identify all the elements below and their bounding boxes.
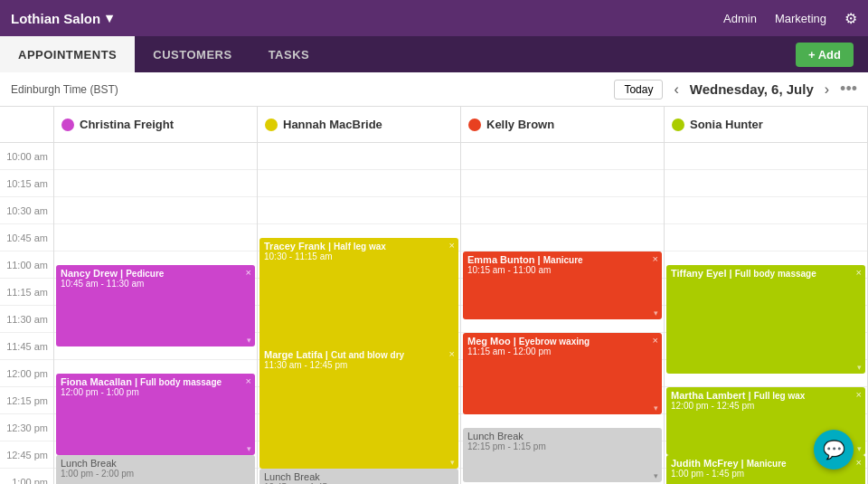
grid-row bbox=[258, 170, 460, 197]
marketing-link[interactable]: Marketing bbox=[775, 12, 826, 25]
grid-row bbox=[54, 197, 257, 224]
resize-handle[interactable]: ▾ bbox=[654, 403, 658, 413]
staff-name-1: Hannah MacBride bbox=[283, 118, 382, 131]
more-options[interactable]: ••• bbox=[840, 80, 857, 99]
staff-name-2: Kelly Brown bbox=[486, 118, 554, 131]
lunch-label: Lunch Break bbox=[467, 431, 657, 441]
calendar-grid: 10:00 am10:15 am10:30 am10:45 am11:00 am… bbox=[0, 107, 868, 484]
appointment-block[interactable]: × Emma Bunton | Manicure 10:15 am - 11:0… bbox=[463, 251, 662, 319]
add-button[interactable]: + Add bbox=[796, 43, 854, 67]
appt-time: 10:30 - 11:15 am bbox=[264, 251, 454, 261]
cal-toolbar: Edinburgh Time (BST) Today ‹ Wednesday, … bbox=[0, 72, 868, 107]
time-header bbox=[0, 107, 53, 143]
close-icon[interactable]: × bbox=[653, 253, 658, 264]
top-bar: Lothian Salon ▾ Admin Marketing ⚙ bbox=[0, 0, 868, 36]
time-slots: 10:00 am10:15 am10:30 am10:45 am11:00 am… bbox=[0, 143, 53, 484]
gear-icon[interactable]: ⚙ bbox=[844, 10, 857, 27]
appt-time: 11:30 am - 12:45 pm bbox=[264, 360, 454, 370]
time-slot: 10:30 am bbox=[0, 197, 53, 224]
staff-indicator-3 bbox=[672, 119, 684, 131]
appointment-block[interactable]: × Tiffany Eyel | Full body massage ▾ bbox=[666, 265, 865, 374]
staff-header-1: Hannah MacBride bbox=[258, 107, 460, 143]
lunch-label: Lunch Break bbox=[61, 458, 250, 469]
staff-header-3: Sonia Hunter bbox=[665, 107, 867, 143]
staff-name-0: Christina Freight bbox=[80, 118, 174, 131]
appointment-block[interactable]: × Nancy Drew | Pedicure 10:45 am - 11:30… bbox=[56, 265, 255, 346]
tab-tasks[interactable]: TASKS bbox=[250, 36, 328, 72]
dropdown-icon[interactable]: ▾ bbox=[106, 10, 113, 26]
grid-row bbox=[258, 197, 460, 224]
prev-arrow[interactable]: ‹ bbox=[670, 81, 682, 98]
appt-time: 10:45 am - 11:30 am bbox=[61, 279, 250, 289]
time-slot: 1:00 pm bbox=[0, 469, 53, 484]
staff-header-0: Christina Freight bbox=[54, 107, 257, 143]
grid-row bbox=[461, 170, 664, 197]
appt-name: Marge Latifa | Cut and blow dry bbox=[264, 349, 454, 360]
lunch-break-block[interactable]: Lunch Break 12:15 pm - 1:15 pm ▾ bbox=[463, 428, 662, 482]
grid-row bbox=[54, 224, 257, 251]
resize-handle[interactable]: ▾ bbox=[247, 444, 251, 453]
grid-row bbox=[461, 143, 664, 170]
time-slot: 12:45 pm bbox=[0, 441, 53, 469]
resize-handle[interactable]: ▾ bbox=[247, 336, 251, 345]
staff-grid-2: × Emma Bunton | Manicure 10:15 am - 11:0… bbox=[461, 143, 664, 484]
calendar-date: Wednesday, 6, July bbox=[690, 81, 814, 97]
resize-handle[interactable]: ▾ bbox=[450, 458, 455, 467]
lunch-break-block[interactable]: Lunch Break 1:00 pm - 2:00 pm ▾ bbox=[56, 455, 255, 484]
admin-link[interactable]: Admin bbox=[723, 12, 757, 25]
close-icon[interactable]: × bbox=[246, 375, 251, 386]
top-bar-right: Admin Marketing ⚙ bbox=[723, 10, 857, 27]
staff-indicator-1 bbox=[265, 119, 278, 131]
grid-row bbox=[258, 143, 460, 170]
time-slot: 10:45 am bbox=[0, 224, 53, 251]
appt-name: Meg Moo | Eyebrow waxing bbox=[467, 336, 657, 346]
close-icon[interactable]: × bbox=[449, 348, 455, 359]
time-slot: 11:00 am bbox=[0, 251, 53, 279]
chat-button[interactable]: 💬 bbox=[814, 430, 854, 470]
close-icon[interactable]: × bbox=[856, 267, 862, 278]
time-slot: 11:45 am bbox=[0, 333, 53, 360]
appt-time: 12:00 pm - 1:00 pm bbox=[61, 387, 250, 397]
resize-handle[interactable]: ▾ bbox=[654, 471, 658, 480]
grid-row bbox=[665, 197, 867, 224]
appt-name: Fiona Macallan | Full body massage bbox=[61, 376, 250, 387]
staff-name-3: Sonia Hunter bbox=[690, 118, 763, 131]
resize-handle[interactable]: ▾ bbox=[857, 444, 862, 453]
salon-title: Lothian Salon bbox=[11, 11, 100, 26]
staff-columns: Christina Freight × Nancy Drew | Pedicur… bbox=[54, 107, 868, 484]
lunch-time: 1:00 pm - 2:00 pm bbox=[61, 469, 250, 479]
staff-grid-0: × Nancy Drew | Pedicure 10:45 am - 11:30… bbox=[54, 143, 257, 484]
time-column: 10:00 am10:15 am10:30 am10:45 am11:00 am… bbox=[0, 107, 54, 484]
close-icon[interactable]: × bbox=[246, 267, 251, 278]
lunch-break-block[interactable]: Lunch Break 12:45 pm - 1:45 pm ▾ bbox=[259, 469, 458, 484]
appt-time: 11:15 am - 12:00 pm bbox=[467, 346, 657, 356]
grid-row bbox=[665, 170, 867, 197]
appt-time: 12:00 pm - 12:45 pm bbox=[671, 401, 861, 411]
next-arrow[interactable]: › bbox=[821, 81, 833, 98]
close-icon[interactable]: × bbox=[856, 389, 862, 400]
appointment-block[interactable]: × Tracey Frank | Half leg wax 10:30 - 11… bbox=[259, 238, 458, 360]
grid-row bbox=[665, 143, 867, 170]
timezone-label: Edinburgh Time (BST) bbox=[11, 83, 607, 96]
nav-bar: APPOINTMENTS CUSTOMERS TASKS + Add bbox=[0, 36, 868, 72]
time-slot: 12:15 pm bbox=[0, 387, 53, 414]
appt-name: Emma Bunton | Manicure bbox=[467, 254, 657, 265]
appointment-block[interactable]: × Meg Moo | Eyebrow waxing 11:15 am - 12… bbox=[463, 333, 662, 414]
appointment-block[interactable]: × Marge Latifa | Cut and blow dry 11:30 … bbox=[259, 346, 458, 469]
grid-row bbox=[665, 224, 867, 251]
tab-customers[interactable]: CUSTOMERS bbox=[135, 36, 250, 72]
close-icon[interactable]: × bbox=[449, 240, 455, 251]
salon-name: Lothian Salon ▾ bbox=[11, 10, 113, 26]
today-button[interactable]: Today bbox=[614, 80, 663, 100]
resize-handle[interactable]: ▾ bbox=[857, 363, 862, 372]
appointment-block[interactable]: × Fiona Macallan | Full body massage 12:… bbox=[56, 374, 255, 455]
grid-row bbox=[54, 143, 257, 170]
close-icon[interactable]: × bbox=[856, 457, 862, 468]
time-slot: 12:30 pm bbox=[0, 414, 53, 441]
grid-row bbox=[461, 197, 664, 224]
time-slot: 11:30 am bbox=[0, 306, 53, 333]
resize-handle[interactable]: ▾ bbox=[654, 308, 658, 318]
tab-appointments[interactable]: APPOINTMENTS bbox=[0, 36, 135, 72]
close-icon[interactable]: × bbox=[653, 335, 658, 346]
grid-row bbox=[461, 224, 664, 251]
